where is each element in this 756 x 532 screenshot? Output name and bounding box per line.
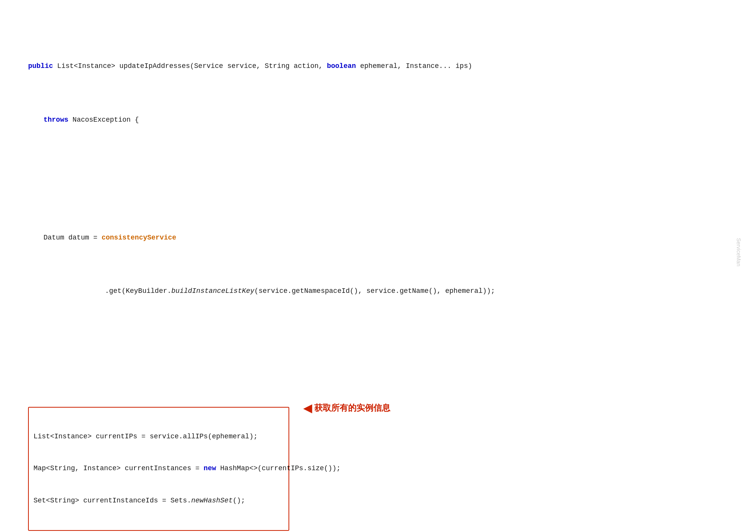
- watermark: ServiceMan: [734, 238, 743, 266]
- blank-2: [12, 340, 744, 350]
- keyword-throws: throws: [43, 116, 68, 124]
- consistency-service-ref: consistencyService: [101, 234, 176, 241]
- section-box1: List<Instance> currentIPs = service.allI…: [12, 393, 744, 532]
- method-signature-line: public List<Instance> updateIpAddresses(…: [12, 51, 744, 83]
- method-sig-text: List<Instance> updateIpAddresses(Service…: [53, 62, 472, 70]
- box1-line1: List<Instance> currentIPs = service.allI…: [33, 431, 284, 442]
- box1-line3: Set<String> currentInstanceIds = Sets.ne…: [33, 496, 284, 506]
- throws-text: NacosException {: [68, 116, 139, 124]
- box1: List<Instance> currentIPs = service.allI…: [28, 407, 289, 531]
- build-instance-method: buildInstanceListKey: [171, 287, 254, 295]
- keyword-public: public: [28, 62, 53, 70]
- code-area: public List<Instance> updateIpAddresses(…: [12, 8, 744, 532]
- datum-line1: Datum datum = consistencyService: [12, 222, 744, 254]
- annotation-get-instances: ◀ 获取所有的实例信息: [303, 400, 390, 416]
- box1-line2: Map<String, Instance> currentInstances =…: [33, 463, 284, 474]
- blank-1: [12, 168, 744, 179]
- datum-line2: .get(KeyBuilder.buildInstanceListKey(ser…: [12, 275, 744, 307]
- throws-line: throws NacosException {: [12, 104, 744, 136]
